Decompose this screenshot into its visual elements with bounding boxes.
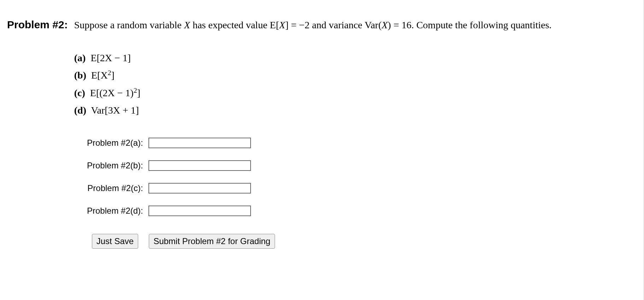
problem-row: Problem #2: Suppose a random variable X … [7,18,637,249]
answer-label-c: Problem #2(c): [18,183,148,193]
part-c-label: (c) [74,87,85,98]
part-a-expr-after: − 1] [112,52,131,63]
answers-section: Problem #2(a): Problem #2(b): Problem #2… [18,138,637,216]
answer-row-c: Problem #2(c): [18,183,637,194]
part-c-var: X [108,87,115,98]
statement-var-3: X [382,19,388,30]
answer-row-b: Problem #2(b): [18,160,637,171]
part-d-expr-before: Var[3 [91,105,113,116]
part-b-var: X [100,70,107,81]
statement-text-2: has expected value E[ [190,19,279,30]
statement-var-1: X [184,19,190,30]
statement-text-3: ] = −2 and variance Var( [285,19,382,30]
part-c-sup: 2 [134,86,137,94]
part-b: (b) E[X2] [74,68,637,83]
part-d: (d) Var[3X + 1] [74,103,637,118]
answer-row-a: Problem #2(a): [18,138,637,148]
part-b-label: (b) [74,70,86,81]
part-a-expr-before: E[2 [90,52,105,63]
problem-statement: Suppose a random variable X has expected… [74,18,637,33]
answer-label-a: Problem #2(a): [18,138,148,148]
buttons-row: Just Save Submit Problem #2 for Grading [18,234,637,249]
problem-label: Problem #2: [7,18,68,31]
submit-button[interactable]: Submit Problem #2 for Grading [149,234,275,249]
part-d-var: X [113,105,120,116]
answer-input-c[interactable] [148,183,251,194]
statement-text-4: ) = 16. Compute the following quantities… [388,19,552,30]
part-a-var: X [105,52,112,63]
problem-body: Suppose a random variable X has expected… [74,18,637,249]
part-a-label: (a) [74,52,86,63]
part-b-expr-before: E[ [91,70,100,81]
part-d-label: (d) [74,105,86,116]
answer-label-b: Problem #2(b): [18,161,148,171]
answer-input-a[interactable] [148,138,251,148]
part-c: (c) E[(2X − 1)2] [74,85,637,100]
part-a: (a) E[2X − 1] [74,50,637,65]
answer-row-d: Problem #2(d): [18,206,637,216]
problem-container: Problem #2: Suppose a random variable X … [0,0,644,300]
part-c-expr-before: E[(2 [90,87,108,98]
answer-input-d[interactable] [148,206,251,216]
answer-input-b[interactable] [148,160,251,171]
part-b-sup: 2 [108,69,111,76]
part-b-expr-after: ] [111,70,114,81]
parts-list: (a) E[2X − 1] (b) E[X2] (c) E[(2X − 1)2]… [74,50,637,118]
just-save-button[interactable]: Just Save [92,234,138,249]
part-c-expr-mid: − 1) [115,87,134,98]
answer-label-d: Problem #2(d): [18,206,148,216]
part-c-expr-after: ] [137,87,140,98]
statement-text-1: Suppose a random variable [74,19,184,30]
statement-var-2: X [279,19,285,30]
part-d-expr-after: + 1] [120,105,139,116]
